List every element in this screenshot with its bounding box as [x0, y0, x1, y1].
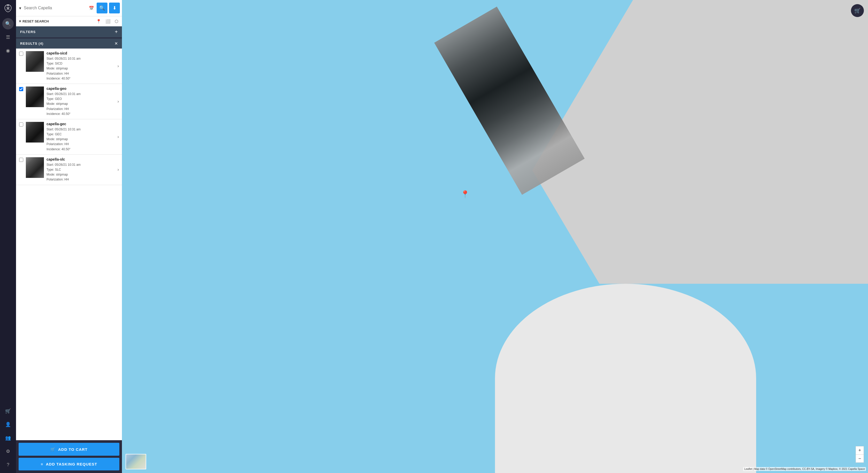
result-item-gec[interactable]: capella-gec Start: 05/26/21 10:31 am Typ… [16, 119, 122, 155]
thumbnail-sicd [26, 51, 44, 72]
result-arrow-gec[interactable]: › [118, 122, 119, 152]
list-icon: ☰ [6, 34, 10, 40]
pin-icon: 📍 [96, 19, 101, 24]
result-item-geo[interactable]: capella-geo Start: 05/26/21 10:31 am Typ… [16, 84, 122, 119]
result-info-slc: capella-slc Start: 05/26/21 10:31 am Typ… [46, 157, 115, 182]
search-go-button[interactable]: 🔍 [97, 3, 107, 13]
calendar-icon: 📅 [89, 6, 94, 10]
add-tasking-label: ADD TASKING REQUEST [46, 462, 97, 466]
close-icon: ✕ [19, 20, 22, 23]
svg-marker-0 [7, 4, 9, 6]
results-list: capella-sicd Start: 05/26/21 10:31 am Ty… [16, 48, 122, 440]
app-logo [2, 3, 14, 14]
search-icon: 🔍 [5, 21, 11, 27]
result-title-slc: capella-slc [46, 157, 115, 161]
sidebar-nav: 🔍 ☰ ◉ 🛒 👤 👥 ⚙ ? [0, 0, 16, 473]
add-to-cart-button[interactable]: 🛒 ADD TO CART [19, 443, 119, 456]
result-detail-slc: Start: 05/26/21 10:31 am Type: SLC Mode:… [46, 162, 115, 182]
reset-bar: ✕ RESET SEARCH 📍 ⬜ ⬡ [16, 16, 122, 26]
result-checkbox-sicd[interactable] [19, 51, 23, 81]
reset-search-button[interactable]: ✕ RESET SEARCH [19, 20, 49, 23]
thumbnail-gec [26, 122, 44, 142]
cart-icon: 🛒 [5, 408, 11, 414]
checkbox-geo[interactable] [19, 87, 23, 91]
filters-section[interactable]: FILTERS + [16, 26, 122, 37]
result-info-gec: capella-gec Start: 05/26/21 10:31 am Typ… [46, 122, 115, 152]
nav-help-button[interactable]: ? [2, 459, 14, 470]
results-header: RESULTS (4) ✕ [16, 38, 122, 48]
user-icon: 👤 [5, 421, 11, 427]
map-area[interactable]: 📍 🛒 + − Leaflet | Map data © OpenStreetM… [122, 0, 868, 473]
nav-layers-button[interactable]: ◉ [2, 45, 14, 56]
reset-label: RESET SEARCH [23, 20, 49, 23]
result-checkbox-gec[interactable] [19, 122, 23, 152]
nav-user-button[interactable]: 👤 [2, 419, 14, 430]
cart-top-icon: 🛒 [854, 7, 861, 14]
nav-settings-button[interactable]: ⚙ [2, 446, 14, 457]
add-tasking-button[interactable]: ≡ ADD TASKING REQUEST [19, 458, 119, 470]
square-icon-button[interactable]: ⬜ [104, 18, 112, 25]
result-title-gec: capella-gec [46, 122, 115, 126]
nav-users-button[interactable]: 👥 [2, 432, 14, 444]
results-label: RESULTS (4) [20, 41, 43, 45]
mini-map [126, 454, 146, 469]
search-download-button[interactable]: ⬇ [109, 3, 120, 13]
search-dropdown-button[interactable]: ▾ [18, 5, 22, 12]
result-title-sicd: capella-sicd [46, 51, 115, 55]
search-go-icon: 🔍 [99, 5, 105, 11]
result-title-geo: capella-geo [46, 87, 115, 91]
land-shape-bottom [495, 284, 756, 473]
result-checkbox-geo[interactable] [19, 87, 23, 116]
result-detail-gec: Start: 05/26/21 10:31 am Type: GEC Mode:… [46, 127, 115, 152]
result-info-sicd: capella-sicd Start: 05/26/21 10:31 am Ty… [46, 51, 115, 81]
result-detail-sicd: Start: 05/26/21 10:31 am Type: SICD Mode… [46, 56, 115, 81]
users-icon: 👥 [5, 435, 11, 441]
zoom-in-button[interactable]: + [856, 446, 864, 454]
filters-label: FILTERS [20, 30, 36, 34]
result-arrow-sicd[interactable]: › [118, 51, 119, 81]
polygon-icon-button[interactable]: ⬡ [114, 18, 119, 25]
search-bar: ▾ 📅 🔍 ⬇ [16, 0, 122, 16]
zoom-out-button[interactable]: − [856, 454, 864, 463]
left-panel: ▾ 📅 🔍 ⬇ ✕ RESET SEARCH 📍 ⬜ ⬡ FILTERS [16, 0, 122, 473]
search-input[interactable] [24, 6, 86, 10]
sar-image-overlay [434, 7, 585, 195]
nav-list-button[interactable]: ☰ [2, 32, 14, 43]
download-icon: ⬇ [113, 5, 117, 11]
thumbnail-slc [26, 157, 44, 178]
checkbox-slc[interactable] [19, 158, 23, 162]
land-shape-right [532, 0, 868, 284]
bottom-buttons: 🛒 ADD TO CART ≡ ADD TASKING REQUEST [16, 440, 122, 473]
tasking-icon: ≡ [41, 462, 43, 466]
help-icon: ? [7, 462, 9, 468]
layers-icon: ◉ [6, 48, 10, 54]
pin-icon-button[interactable]: 📍 [95, 18, 102, 25]
result-arrow-slc[interactable]: › [118, 157, 119, 182]
result-arrow-geo[interactable]: › [118, 87, 119, 116]
polygon-icon: ⬡ [115, 19, 118, 24]
cart-add-icon: 🛒 [51, 447, 56, 451]
result-item-sicd[interactable]: capella-sicd Start: 05/26/21 10:31 am Ty… [16, 48, 122, 84]
result-info-geo: capella-geo Start: 05/26/21 10:31 am Typ… [46, 87, 115, 116]
nav-cart-button[interactable]: 🛒 [2, 405, 14, 417]
result-checkbox-slc[interactable] [19, 157, 23, 182]
calendar-button[interactable]: 📅 [88, 5, 95, 12]
results-close-button[interactable]: ✕ [115, 41, 118, 46]
square-icon: ⬜ [105, 19, 111, 24]
cart-top-button[interactable]: 🛒 [851, 4, 864, 17]
checkbox-gec[interactable] [19, 123, 23, 127]
settings-icon: ⚙ [6, 448, 10, 454]
map-pin: 📍 [461, 190, 470, 199]
thumbnail-geo [26, 87, 44, 107]
map-attribution: Leaflet | Map data © OpenStreetMap contr… [743, 467, 866, 471]
filters-add-button[interactable]: + [115, 29, 118, 35]
result-item-slc[interactable]: capella-slc Start: 05/26/21 10:31 am Typ… [16, 155, 122, 185]
add-to-cart-label: ADD TO CART [58, 447, 88, 451]
checkbox-sicd[interactable] [19, 52, 23, 56]
chevron-down-icon: ▾ [19, 6, 21, 10]
nav-search-button[interactable]: 🔍 [2, 18, 14, 29]
map-controls: + − [856, 446, 864, 463]
result-detail-geo: Start: 05/26/21 10:31 am Type: GEO Mode:… [46, 92, 115, 116]
